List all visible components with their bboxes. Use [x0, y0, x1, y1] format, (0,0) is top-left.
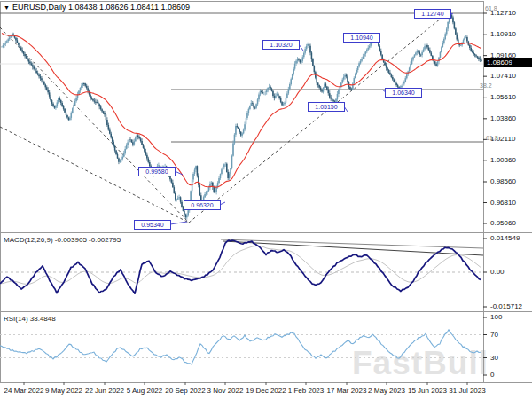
- chart-frame: [1, 2, 484, 383]
- macd-signal-line: [0, 246, 481, 285]
- macd-line: [0, 240, 481, 293]
- candlesticks[interactable]: [2, 14, 481, 220]
- annotation-connector: [299, 44, 303, 51]
- trendline-dashed: [189, 11, 450, 223]
- chart-window: FastBull ▼EURUSD,Daily 1.08438 1.08626 1…: [0, 0, 532, 399]
- annotation-connector: [170, 222, 187, 224]
- moving-average-line: [2, 34, 481, 188]
- chart-canvas[interactable]: [0, 0, 532, 399]
- trendline-dashed: [0, 127, 189, 223]
- annotation-connector: [344, 106, 348, 112]
- annotation-connector: [220, 202, 225, 205]
- trendline-dashed: [0, 27, 189, 223]
